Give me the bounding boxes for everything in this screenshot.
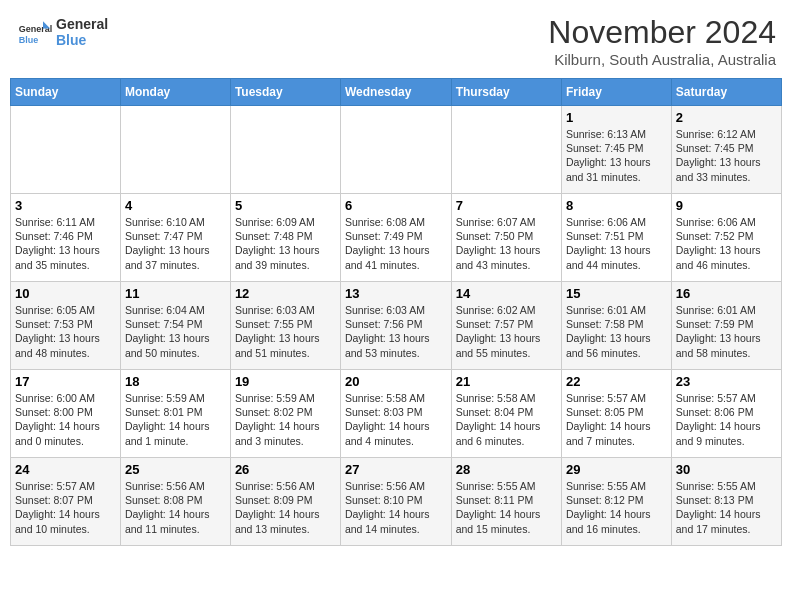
calendar-cell: 24Sunrise: 5:57 AMSunset: 8:07 PMDayligh…	[11, 458, 121, 546]
day-info: Sunrise: 6:05 AMSunset: 7:53 PMDaylight:…	[15, 303, 116, 360]
day-info: Sunrise: 5:56 AMSunset: 8:10 PMDaylight:…	[345, 479, 447, 536]
day-info: Sunrise: 6:07 AMSunset: 7:50 PMDaylight:…	[456, 215, 557, 272]
calendar-cell	[120, 106, 230, 194]
day-number: 9	[676, 198, 777, 213]
day-info: Sunrise: 5:55 AMSunset: 8:13 PMDaylight:…	[676, 479, 777, 536]
calendar-cell: 25Sunrise: 5:56 AMSunset: 8:08 PMDayligh…	[120, 458, 230, 546]
day-info: Sunrise: 5:58 AMSunset: 8:04 PMDaylight:…	[456, 391, 557, 448]
day-number: 29	[566, 462, 667, 477]
day-number: 21	[456, 374, 557, 389]
day-info: Sunrise: 6:09 AMSunset: 7:48 PMDaylight:…	[235, 215, 336, 272]
calendar-cell: 7Sunrise: 6:07 AMSunset: 7:50 PMDaylight…	[451, 194, 561, 282]
day-info: Sunrise: 6:10 AMSunset: 7:47 PMDaylight:…	[125, 215, 226, 272]
day-number: 18	[125, 374, 226, 389]
calendar-week-1: 1Sunrise: 6:13 AMSunset: 7:45 PMDaylight…	[11, 106, 782, 194]
calendar-cell: 11Sunrise: 6:04 AMSunset: 7:54 PMDayligh…	[120, 282, 230, 370]
calendar-week-5: 24Sunrise: 5:57 AMSunset: 8:07 PMDayligh…	[11, 458, 782, 546]
day-number: 20	[345, 374, 447, 389]
calendar-cell: 17Sunrise: 6:00 AMSunset: 8:00 PMDayligh…	[11, 370, 121, 458]
header-wednesday: Wednesday	[340, 79, 451, 106]
day-info: Sunrise: 5:55 AMSunset: 8:11 PMDaylight:…	[456, 479, 557, 536]
calendar-cell: 18Sunrise: 5:59 AMSunset: 8:01 PMDayligh…	[120, 370, 230, 458]
day-info: Sunrise: 5:57 AMSunset: 8:06 PMDaylight:…	[676, 391, 777, 448]
day-number: 16	[676, 286, 777, 301]
calendar-cell: 23Sunrise: 5:57 AMSunset: 8:06 PMDayligh…	[671, 370, 781, 458]
day-number: 13	[345, 286, 447, 301]
day-number: 23	[676, 374, 777, 389]
calendar-cell: 13Sunrise: 6:03 AMSunset: 7:56 PMDayligh…	[340, 282, 451, 370]
day-info: Sunrise: 6:12 AMSunset: 7:45 PMDaylight:…	[676, 127, 777, 184]
calendar-cell: 26Sunrise: 5:56 AMSunset: 8:09 PMDayligh…	[230, 458, 340, 546]
day-number: 30	[676, 462, 777, 477]
day-number: 17	[15, 374, 116, 389]
header-friday: Friday	[561, 79, 671, 106]
day-info: Sunrise: 6:13 AMSunset: 7:45 PMDaylight:…	[566, 127, 667, 184]
day-number: 8	[566, 198, 667, 213]
day-number: 5	[235, 198, 336, 213]
day-number: 2	[676, 110, 777, 125]
calendar-header-row: SundayMondayTuesdayWednesdayThursdayFrid…	[11, 79, 782, 106]
day-number: 27	[345, 462, 447, 477]
logo-blue: Blue	[56, 32, 108, 48]
day-number: 1	[566, 110, 667, 125]
calendar-cell: 4Sunrise: 6:10 AMSunset: 7:47 PMDaylight…	[120, 194, 230, 282]
calendar-week-2: 3Sunrise: 6:11 AMSunset: 7:46 PMDaylight…	[11, 194, 782, 282]
header-thursday: Thursday	[451, 79, 561, 106]
day-info: Sunrise: 6:00 AMSunset: 8:00 PMDaylight:…	[15, 391, 116, 448]
calendar-cell: 28Sunrise: 5:55 AMSunset: 8:11 PMDayligh…	[451, 458, 561, 546]
calendar-cell: 27Sunrise: 5:56 AMSunset: 8:10 PMDayligh…	[340, 458, 451, 546]
day-info: Sunrise: 5:58 AMSunset: 8:03 PMDaylight:…	[345, 391, 447, 448]
day-info: Sunrise: 6:11 AMSunset: 7:46 PMDaylight:…	[15, 215, 116, 272]
calendar-cell	[11, 106, 121, 194]
day-info: Sunrise: 5:55 AMSunset: 8:12 PMDaylight:…	[566, 479, 667, 536]
location: Kilburn, South Australia, Australia	[548, 51, 776, 68]
day-info: Sunrise: 5:59 AMSunset: 8:01 PMDaylight:…	[125, 391, 226, 448]
svg-text:Blue: Blue	[19, 35, 39, 45]
header-monday: Monday	[120, 79, 230, 106]
calendar-cell: 29Sunrise: 5:55 AMSunset: 8:12 PMDayligh…	[561, 458, 671, 546]
day-number: 22	[566, 374, 667, 389]
calendar-cell: 12Sunrise: 6:03 AMSunset: 7:55 PMDayligh…	[230, 282, 340, 370]
day-info: Sunrise: 6:03 AMSunset: 7:56 PMDaylight:…	[345, 303, 447, 360]
logo: General Blue General Blue	[16, 14, 108, 50]
day-number: 15	[566, 286, 667, 301]
day-info: Sunrise: 6:02 AMSunset: 7:57 PMDaylight:…	[456, 303, 557, 360]
day-info: Sunrise: 5:59 AMSunset: 8:02 PMDaylight:…	[235, 391, 336, 448]
calendar-cell	[451, 106, 561, 194]
page-header: General Blue General Blue November 2024 …	[10, 10, 782, 72]
calendar-cell: 21Sunrise: 5:58 AMSunset: 8:04 PMDayligh…	[451, 370, 561, 458]
calendar-cell: 1Sunrise: 6:13 AMSunset: 7:45 PMDaylight…	[561, 106, 671, 194]
calendar-cell: 19Sunrise: 5:59 AMSunset: 8:02 PMDayligh…	[230, 370, 340, 458]
calendar-cell: 14Sunrise: 6:02 AMSunset: 7:57 PMDayligh…	[451, 282, 561, 370]
day-info: Sunrise: 6:03 AMSunset: 7:55 PMDaylight:…	[235, 303, 336, 360]
calendar-table: SundayMondayTuesdayWednesdayThursdayFrid…	[10, 78, 782, 546]
month-title: November 2024	[548, 14, 776, 51]
day-number: 10	[15, 286, 116, 301]
day-number: 3	[15, 198, 116, 213]
calendar-cell: 9Sunrise: 6:06 AMSunset: 7:52 PMDaylight…	[671, 194, 781, 282]
calendar-cell	[340, 106, 451, 194]
header-sunday: Sunday	[11, 79, 121, 106]
calendar-cell: 2Sunrise: 6:12 AMSunset: 7:45 PMDaylight…	[671, 106, 781, 194]
day-number: 11	[125, 286, 226, 301]
calendar-cell: 8Sunrise: 6:06 AMSunset: 7:51 PMDaylight…	[561, 194, 671, 282]
day-info: Sunrise: 6:06 AMSunset: 7:51 PMDaylight:…	[566, 215, 667, 272]
calendar-cell: 30Sunrise: 5:55 AMSunset: 8:13 PMDayligh…	[671, 458, 781, 546]
day-info: Sunrise: 6:01 AMSunset: 7:58 PMDaylight:…	[566, 303, 667, 360]
day-number: 28	[456, 462, 557, 477]
day-info: Sunrise: 6:04 AMSunset: 7:54 PMDaylight:…	[125, 303, 226, 360]
day-info: Sunrise: 6:06 AMSunset: 7:52 PMDaylight:…	[676, 215, 777, 272]
header-tuesday: Tuesday	[230, 79, 340, 106]
calendar-cell: 3Sunrise: 6:11 AMSunset: 7:46 PMDaylight…	[11, 194, 121, 282]
day-number: 19	[235, 374, 336, 389]
calendar-cell: 6Sunrise: 6:08 AMSunset: 7:49 PMDaylight…	[340, 194, 451, 282]
day-info: Sunrise: 6:08 AMSunset: 7:49 PMDaylight:…	[345, 215, 447, 272]
logo-general: General	[56, 16, 108, 32]
day-info: Sunrise: 5:56 AMSunset: 8:08 PMDaylight:…	[125, 479, 226, 536]
day-number: 26	[235, 462, 336, 477]
day-number: 4	[125, 198, 226, 213]
calendar-cell: 10Sunrise: 6:05 AMSunset: 7:53 PMDayligh…	[11, 282, 121, 370]
day-number: 7	[456, 198, 557, 213]
title-block: November 2024 Kilburn, South Australia, …	[548, 14, 776, 68]
calendar-cell: 16Sunrise: 6:01 AMSunset: 7:59 PMDayligh…	[671, 282, 781, 370]
